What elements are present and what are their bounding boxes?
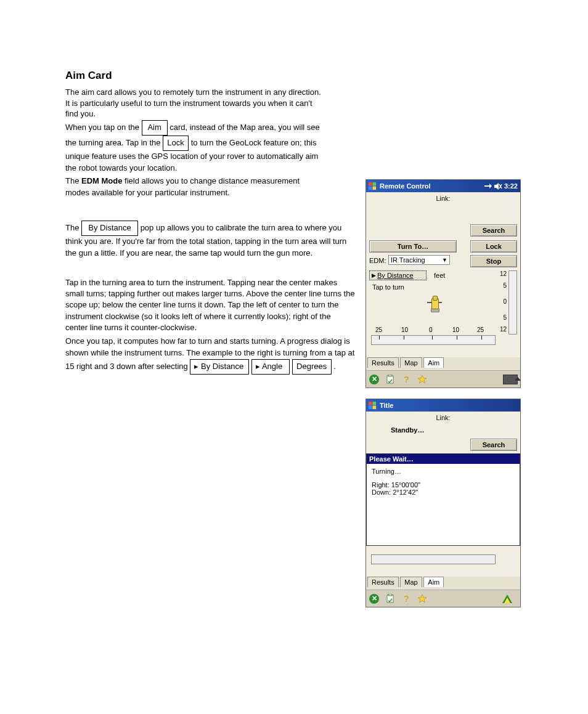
edm-label: EDM: xyxy=(369,257,386,264)
screenshot-please-wait: Title Link: Standby… Search Please Wait…… xyxy=(365,399,521,607)
svg-rect-2 xyxy=(368,186,372,190)
dialog-header: Please Wait… xyxy=(367,454,520,464)
speaker-mute-icon xyxy=(494,182,502,190)
turn-to-button[interactable]: Turn To… xyxy=(369,240,457,253)
svg-rect-8 xyxy=(372,401,376,405)
h-tick: 0 xyxy=(429,327,433,333)
help-icon[interactable]: ? xyxy=(401,593,412,604)
window-title: Title xyxy=(380,402,393,409)
h-tick: 10 xyxy=(401,327,408,333)
windows-flag-icon xyxy=(367,400,377,410)
close-icon[interactable]: ✕ xyxy=(369,593,380,604)
dialog-status: Turning… xyxy=(372,468,515,475)
by-distance-menu-ref: ▸ By Distance xyxy=(190,359,249,375)
search-button[interactable]: Search xyxy=(470,224,517,237)
screenshot-remote-control: Remote Control 3:22 Link: Search Turn To… xyxy=(365,179,521,388)
edm-value: IR Tracking xyxy=(391,256,425,264)
bottom-toolbar: ✕ ? xyxy=(366,370,520,387)
search-button[interactable]: Search xyxy=(470,439,517,451)
svg-rect-0 xyxy=(368,182,372,185)
vertical-axis-track xyxy=(508,270,517,335)
horizontal-axis-track xyxy=(371,335,496,345)
windows-flag-icon xyxy=(367,181,377,191)
svg-rect-12 xyxy=(388,594,392,596)
titlebar: Title xyxy=(366,399,520,412)
svg-rect-9 xyxy=(368,405,372,409)
triangle-right-icon: ▶ xyxy=(372,272,376,278)
edm-dropdown[interactable]: IR Tracking ▼ xyxy=(388,255,450,265)
tab-map[interactable]: Map xyxy=(400,357,422,368)
aim-button-ref: Aim xyxy=(142,120,168,136)
svg-rect-5 xyxy=(388,375,392,376)
by-distance-button-ref: By Distance xyxy=(81,221,138,236)
para-turn-instructions: Tap in the turning area to turn the inst… xyxy=(65,277,355,333)
text: Tap in the xyxy=(126,138,163,147)
v-tick: 12 xyxy=(500,326,507,333)
text: . xyxy=(333,362,336,371)
v-tick: 5 xyxy=(503,314,507,321)
sync-icon xyxy=(484,182,492,190)
angle-menu-ref: ▸ Angle xyxy=(251,359,290,375)
tab-aim[interactable]: Aim xyxy=(423,357,444,368)
star-icon[interactable] xyxy=(417,593,428,604)
svg-rect-7 xyxy=(368,401,372,405)
v-tick: 0 xyxy=(503,298,507,305)
titlebar: Remote Control 3:22 xyxy=(366,180,520,192)
svg-rect-1 xyxy=(372,182,376,185)
dialog-right-value: Right: 15°00'00" xyxy=(372,481,515,489)
tab-strip: Results Map Aim xyxy=(366,357,520,369)
para-aim-intro: The aim card allows you to remotely turn… xyxy=(65,87,324,120)
clock: 3:22 xyxy=(504,182,518,190)
lock-button[interactable]: Lock xyxy=(470,240,517,253)
dialog-down-value: Down: 2°12'42" xyxy=(372,489,515,496)
h-tick: 10 xyxy=(452,327,459,333)
link-label: Link: xyxy=(366,414,520,421)
link-label: Link: xyxy=(366,195,520,202)
svg-text:?: ? xyxy=(404,375,409,384)
text: The xyxy=(65,176,81,185)
text: When you tap on the xyxy=(65,123,142,132)
degrees-menu-ref: Degrees xyxy=(292,359,332,375)
h-tick: 25 xyxy=(477,327,484,333)
standby-status: Standby… xyxy=(391,426,424,434)
clipboard-icon[interactable] xyxy=(385,374,396,385)
help-icon[interactable]: ? xyxy=(401,374,412,385)
clipboard-icon[interactable] xyxy=(385,593,396,604)
instrument-icon xyxy=(427,294,442,313)
lock-button-ref: Lock xyxy=(163,136,189,151)
close-icon[interactable]: ✕ xyxy=(369,374,380,385)
keyboard-icon[interactable] xyxy=(503,375,518,384)
stop-button[interactable]: Stop xyxy=(470,255,517,267)
tab-strip: Results Map Aim xyxy=(366,577,520,588)
tab-aim[interactable]: Aim xyxy=(423,577,444,587)
h-tick: 25 xyxy=(375,327,382,333)
window-title: Remote Control xyxy=(380,182,431,190)
horizontal-axis-track xyxy=(371,554,496,564)
heading-aim-card: Aim Card xyxy=(65,70,324,82)
svg-text:?: ? xyxy=(404,594,409,604)
svg-rect-3 xyxy=(372,186,376,190)
warning-icon[interactable] xyxy=(502,593,513,604)
please-wait-dialog: Please Wait… Turning… Right: 15°00'00" D… xyxy=(366,453,520,546)
bottom-toolbar: ✕ ? xyxy=(366,590,520,607)
chevron-down-icon: ▼ xyxy=(442,257,447,263)
v-tick: 5 xyxy=(503,282,507,289)
star-icon[interactable] xyxy=(417,374,428,385)
tab-results[interactable]: Results xyxy=(367,357,399,368)
svg-rect-10 xyxy=(372,405,376,409)
tab-results[interactable]: Results xyxy=(367,577,399,587)
edm-mode-field-ref: EDM Mode xyxy=(81,176,122,185)
text: The xyxy=(65,223,81,232)
v-tick: 12 xyxy=(500,270,507,277)
tab-map[interactable]: Map xyxy=(400,577,422,587)
